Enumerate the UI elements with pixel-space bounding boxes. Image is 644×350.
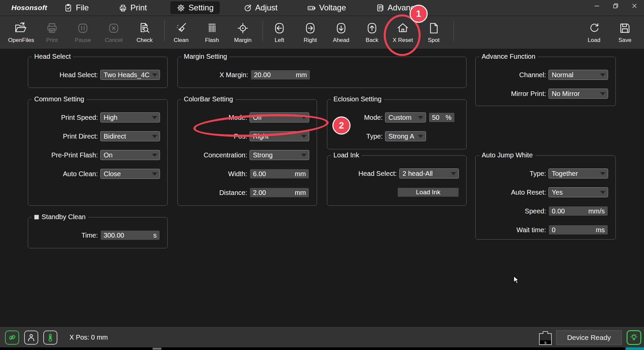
auto-clean-label: Auto Clean: [63,170,98,178]
arrow-left-icon [272,21,286,35]
gear-icon [176,3,185,12]
menu-tab-print[interactable]: Print [112,1,153,14]
load-refresh-icon [587,21,601,35]
toolbar-margin-button[interactable]: Margin [229,21,257,44]
channel-label: Channel: [519,71,546,79]
auto-reset-row: Auto Reset: Yes [476,187,608,197]
ajw-type-label: Type: [530,170,546,178]
menu-tab-file[interactable]: File [58,1,95,14]
flash-grid-icon [205,21,219,35]
chevron-down-icon [152,116,157,119]
home-icon [396,21,410,35]
panel-standby-clean: Standby Clean Time: 300.00 s [28,217,168,248]
print-speed-dropdown[interactable]: High [100,112,160,122]
panel-eclosion-setting: Eclosion Setting Mode: Custom 50 % Type: [327,99,467,149]
toolbar-save-button[interactable]: Save [611,21,639,44]
auto-clean-dropdown[interactable]: Close [100,169,160,179]
menu-tab-setting[interactable]: Setting [170,1,220,14]
app-logo: Hosonsoft [11,4,52,12]
toolbar-left-button[interactable]: Left [266,21,293,44]
toolbar-cancel-button[interactable]: Cancel [100,21,127,44]
minimize-button[interactable] [592,1,602,10]
minimize-icon [594,3,600,9]
toolbar-load-button[interactable]: Load [580,21,608,44]
chevron-down-icon [152,172,157,176]
app-window: Hosonsoft File Print Settin [0,0,644,350]
save-floppy-icon [618,21,632,35]
pre-print-flash-dropdown[interactable]: On [100,150,160,160]
menu-tab-label: Advance [388,3,419,12]
print-icon [45,21,59,35]
panel-colorbar-setting: ColorBar Setting Mode: Off Pos: Right [177,99,317,206]
colorbar-mode-dropdown[interactable]: Off [250,112,309,122]
mirror-print-label: Mirror Print: [511,90,546,98]
load-ink-button-row: Load Ink [327,187,459,197]
chevron-down-icon [152,135,157,138]
standby-time-input[interactable]: 300.00 s [100,230,160,240]
toolbar-print-button[interactable]: Print [38,21,66,44]
auto-reset-dropdown[interactable]: Yes [548,187,608,197]
toolbar-clean-button[interactable]: Clean [167,21,195,44]
colorbar-width-input[interactable]: 6.00 mm [250,169,309,179]
colorbar-mode-label: Mode: [228,114,247,121]
wait-time-label: Wait time: [517,226,546,234]
toolbar-ahead-button[interactable]: Ahead [327,21,355,44]
wait-time-input[interactable]: 0 ms [548,225,608,235]
loadink-head-select-row: Head Select: 2 head-All [327,168,459,179]
operator-status-button[interactable] [24,331,38,345]
ink-tank-icon: s [537,329,553,346]
colorbar-distance-row: Distance: 2.00 mm [178,188,309,198]
toolbar-x-reset-button[interactable]: X Reset [389,21,417,44]
status-bar-right: s Device Ready [537,329,644,346]
toolbar-spot-button[interactable]: Spot [420,21,447,44]
colorbar-mode-row: Mode: Off [178,112,309,122]
panel-title: ColorBar Setting [181,95,235,103]
panel-title: Advance Function [479,53,538,60]
ajw-type-row: Type: Together [476,168,608,179]
head-select-dropdown[interactable]: Two Heads_4C [100,70,160,80]
light-toggle-button[interactable] [627,330,641,345]
concentration-dropdown[interactable]: Strong [250,150,309,160]
chevron-down-icon [301,135,307,138]
status-bar: X Pos: 0 mm s Device Ready [0,327,644,347]
arrow-right-icon [303,21,317,35]
toolbar-openfiles-button[interactable]: OpenFiles [7,21,35,44]
taskbar-item [153,348,161,350]
maximize-button[interactable] [610,1,621,10]
print-direct-dropdown[interactable]: Bidirect [100,131,160,141]
menu-tab-advance[interactable]: Advance [370,1,425,14]
menu-tab-adjust[interactable]: Adjust [237,1,284,14]
standby-clean-checkbox[interactable] [34,215,39,219]
load-ink-button[interactable]: Load Ink [397,188,459,197]
device-status-button[interactable]: Device Ready [556,330,622,345]
eclosion-type-dropdown[interactable]: Strong A [385,131,426,141]
x-margin-input[interactable]: 20.00 mm [251,70,310,80]
channel-dropdown[interactable]: Normal [548,70,608,80]
close-button[interactable] [629,1,639,10]
colorbar-distance-label: Distance: [219,189,247,197]
ajw-speed-label: Speed: [525,207,546,215]
loadink-head-select-dropdown[interactable]: 2 head-All [399,168,459,179]
ajw-type-dropdown[interactable]: Together [548,168,608,179]
toolbar-flash-button[interactable]: Flash [198,21,226,44]
ajw-speed-input[interactable]: 0.00 mm/s [548,206,608,216]
menu-tab-voltage[interactable]: Voltage [301,1,352,14]
mirror-print-dropdown[interactable]: No Mirror [548,89,608,99]
colorbar-distance-input[interactable]: 2.00 mm [250,188,309,198]
toolbar-separator [263,20,263,41]
toolbar-back-button[interactable]: Back [358,21,386,44]
eclosion-mode-dropdown[interactable]: Custom [385,112,426,122]
margin-target-icon [236,21,250,35]
print-speed-row: Print Speed: High [28,112,160,122]
toolbar-right-button[interactable]: Right [297,21,324,44]
toolbar-separator [164,20,165,41]
eclosion-percent-input[interactable]: 50 % [429,112,455,122]
toolbar-pause-button[interactable]: Pause [69,21,97,44]
colorbar-pos-dropdown[interactable]: Right [250,131,309,141]
x-position-readout: X Pos: 0 mm [69,334,108,341]
chevron-down-icon [418,135,423,138]
pre-print-flash-row: Pre-Print Flash: On [28,150,160,160]
temperature-status-button[interactable] [43,331,57,345]
connection-status-button[interactable] [5,331,19,345]
toolbar-check-button[interactable]: Check [131,21,158,44]
